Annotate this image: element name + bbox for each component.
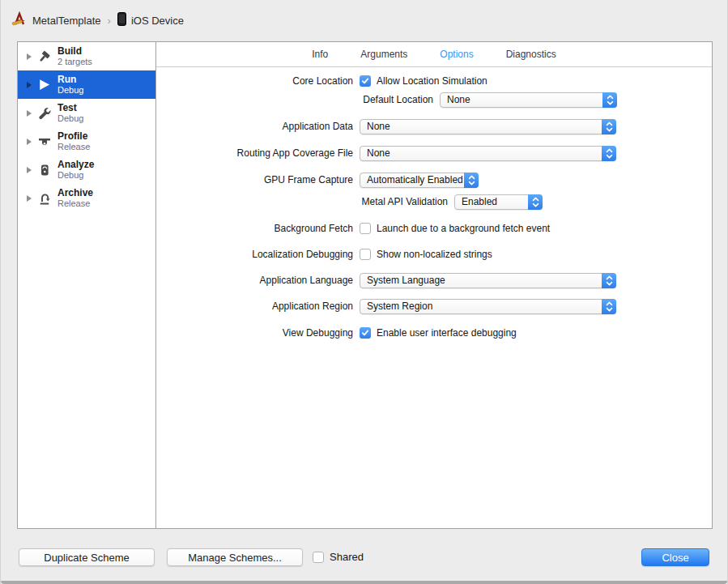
routing-app-coverage-value: None bbox=[360, 147, 408, 159]
show-non-localized-strings-text: Show non-localized strings bbox=[377, 249, 492, 260]
gpu-frame-capture-row: GPU Frame Capture Automatically Enabled bbox=[157, 172, 712, 188]
popup-stepper-icon bbox=[464, 173, 479, 188]
default-location-select[interactable]: None bbox=[440, 92, 617, 108]
core-location-label: Core Location bbox=[157, 75, 360, 87]
routing-app-coverage-label: Routing App Coverage File bbox=[157, 147, 360, 159]
gpu-frame-capture-label: GPU Frame Capture bbox=[157, 174, 360, 185]
view-debugging-row: View Debugging Enable user interface deb… bbox=[157, 325, 712, 341]
application-language-label: Application Language bbox=[157, 275, 360, 286]
scheme-panel: Build 2 targets Run Debug bbox=[17, 41, 713, 529]
sidebar-item-test[interactable]: Test Debug bbox=[18, 99, 155, 127]
shared-label: Shared bbox=[330, 551, 364, 563]
application-data-label: Application Data bbox=[157, 121, 360, 132]
sidebar-item-subtitle: Debug bbox=[57, 113, 83, 124]
allow-location-simulation-text: Allow Location Simulation bbox=[377, 75, 487, 87]
background-fetch-checkbox[interactable] bbox=[360, 223, 371, 234]
xcode-scheme-icon bbox=[11, 11, 28, 29]
tab-arguments[interactable]: Arguments bbox=[360, 49, 407, 60]
gauge-icon bbox=[36, 134, 52, 149]
gpu-frame-capture-select[interactable]: Automatically Enabled bbox=[360, 173, 479, 188]
analyze-icon bbox=[36, 163, 52, 177]
sidebar-item-subtitle: Release bbox=[57, 142, 90, 152]
application-region-value: System Region bbox=[360, 301, 450, 312]
popup-stepper-icon bbox=[602, 119, 616, 134]
disclosure-triangle-icon[interactable] bbox=[27, 195, 32, 202]
disclosure-triangle-icon[interactable] bbox=[27, 139, 32, 145]
metal-api-validation-row: Metal API Validation Enabled bbox=[157, 194, 712, 210]
destination-name[interactable]: iOS Device bbox=[131, 15, 184, 27]
shared-checkbox[interactable] bbox=[313, 552, 324, 563]
sidebar-item-archive[interactable]: Archive Release bbox=[18, 184, 155, 212]
application-language-row: Application Language System Language bbox=[157, 272, 712, 288]
disclosure-triangle-icon[interactable] bbox=[27, 53, 32, 60]
window-bottom-edge bbox=[1, 581, 727, 584]
background-fetch-label: Background Fetch bbox=[157, 223, 360, 234]
sidebar-item-label: Archive bbox=[57, 188, 93, 198]
edit-scheme-dialog: MetalTemplate › iOS Device bbox=[0, 0, 728, 584]
sidebar-item-build[interactable]: Build 2 targets bbox=[18, 42, 155, 70]
routing-app-coverage-row: Routing App Coverage File None bbox=[157, 145, 712, 161]
breadcrumb: MetalTemplate › iOS Device bbox=[11, 11, 184, 29]
sidebar-item-label: Run bbox=[57, 75, 83, 85]
tab-diagnostics[interactable]: Diagnostics bbox=[506, 49, 556, 60]
view-debugging-label: View Debugging bbox=[157, 327, 360, 339]
application-region-row: Application Region System Region bbox=[157, 298, 712, 314]
metal-api-validation-select[interactable]: Enabled bbox=[454, 194, 543, 210]
close-button[interactable]: Close bbox=[641, 548, 709, 566]
sidebar-item-subtitle: Debug bbox=[57, 85, 83, 96]
localization-debugging-row: Localization Debugging Show non-localize… bbox=[157, 246, 712, 262]
application-language-select[interactable]: System Language bbox=[360, 273, 616, 288]
sidebar-item-subtitle: Debug bbox=[57, 170, 94, 181]
hammer-icon bbox=[36, 49, 52, 64]
enable-ui-debugging-checkbox[interactable] bbox=[360, 327, 371, 339]
show-non-localized-strings-checkbox[interactable] bbox=[360, 249, 371, 260]
sidebar-item-label: Build bbox=[57, 46, 92, 57]
sidebar-item-subtitle: Release bbox=[57, 198, 93, 209]
disclosure-triangle-icon[interactable] bbox=[27, 82, 32, 88]
manage-schemes-button[interactable]: Manage Schemes... bbox=[167, 548, 303, 566]
default-location-label: Default Location bbox=[157, 94, 440, 105]
application-language-value: System Language bbox=[360, 275, 463, 286]
play-icon bbox=[36, 78, 52, 92]
options-form: Core Location Allow Location Simulation … bbox=[156, 67, 712, 341]
allow-location-simulation-checkbox[interactable] bbox=[360, 75, 371, 87]
duplicate-scheme-button[interactable]: Duplicate Scheme bbox=[19, 548, 155, 566]
scheme-name[interactable]: MetalTemplate bbox=[32, 15, 101, 27]
disclosure-triangle-icon[interactable] bbox=[27, 110, 32, 117]
sidebar-item-run[interactable]: Run Debug bbox=[18, 70, 155, 99]
sidebar-item-label: Profile bbox=[57, 131, 90, 142]
wrench-icon bbox=[36, 106, 52, 121]
application-data-value: None bbox=[360, 121, 408, 132]
popup-stepper-icon bbox=[602, 299, 616, 314]
tab-info[interactable]: Info bbox=[312, 49, 328, 60]
tab-options[interactable]: Options bbox=[440, 49, 473, 60]
scheme-header-bar: MetalTemplate › iOS Device bbox=[1, 0, 727, 41]
sidebar-item-subtitle: 2 targets bbox=[57, 57, 92, 67]
dialog-footer: Duplicate Scheme Manage Schemes... Share… bbox=[1, 529, 727, 584]
tab-bar: Info Arguments Options Diagnostics bbox=[156, 42, 712, 67]
application-data-row: Application Data None bbox=[157, 118, 712, 134]
default-location-row: Default Location None bbox=[157, 92, 712, 108]
metal-api-validation-label: Metal API Validation bbox=[157, 196, 454, 207]
popup-stepper-icon bbox=[602, 146, 616, 161]
scheme-actions-sidebar: Build 2 targets Run Debug bbox=[18, 42, 156, 528]
breadcrumb-separator: › bbox=[106, 15, 113, 27]
popup-stepper-icon bbox=[602, 92, 617, 108]
background-fetch-text: Launch due to a background fetch event bbox=[377, 223, 550, 234]
default-location-value: None bbox=[441, 94, 488, 105]
application-region-select[interactable]: System Region bbox=[360, 299, 616, 314]
sidebar-item-label: Test bbox=[57, 103, 83, 113]
application-region-label: Application Region bbox=[157, 301, 360, 312]
enable-ui-debugging-text: Enable user interface debugging bbox=[377, 327, 517, 339]
application-data-select[interactable]: None bbox=[360, 119, 616, 134]
background-fetch-row: Background Fetch Launch due to a backgro… bbox=[157, 220, 712, 237]
disclosure-triangle-icon[interactable] bbox=[27, 167, 32, 173]
sidebar-item-profile[interactable]: Profile Release bbox=[18, 127, 155, 156]
sidebar-item-analyze[interactable]: Analyze Debug bbox=[18, 156, 155, 184]
metal-api-validation-value: Enabled bbox=[455, 196, 515, 207]
localization-debugging-label: Localization Debugging bbox=[157, 249, 360, 260]
sidebar-item-label: Analyze bbox=[57, 160, 94, 170]
routing-app-coverage-select[interactable]: None bbox=[360, 146, 616, 161]
core-location-row: Core Location Allow Location Simulation bbox=[157, 73, 712, 89]
ios-device-icon bbox=[117, 12, 126, 28]
